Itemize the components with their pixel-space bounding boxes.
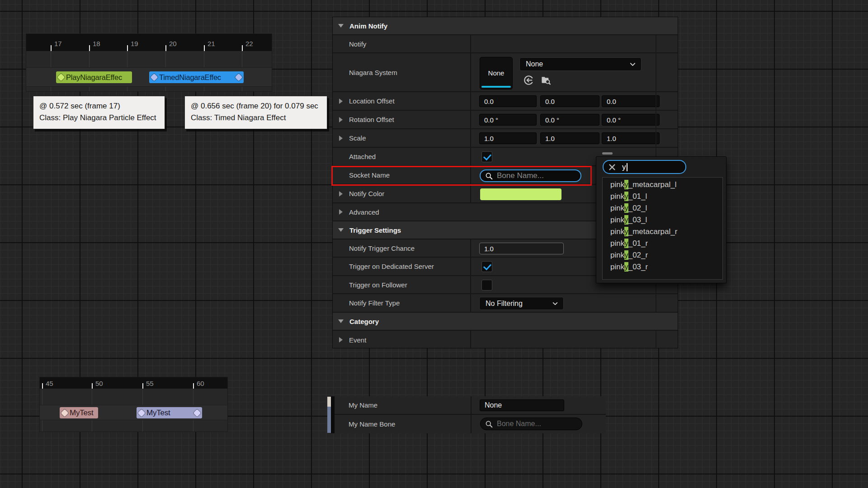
bone-list-item[interactable]: pinky_01_r [603, 238, 722, 249]
text-cursor [627, 163, 627, 171]
location-x-field[interactable] [479, 95, 537, 107]
location-offset-label: Location Offset [349, 97, 395, 105]
trigger-chance-label: Notify Trigger Chance [349, 244, 415, 252]
notify-timed-niagara-effect[interactable]: TimedNiagaraEffec [149, 71, 244, 83]
collapse-arrow-icon[interactable] [338, 228, 344, 232]
event-label: Event [349, 336, 366, 344]
location-y-field[interactable] [540, 95, 599, 107]
section-category[interactable]: Category [333, 313, 678, 331]
asset-thumbnail[interactable]: None [480, 57, 513, 89]
bone-search-field[interactable]: y [603, 160, 686, 174]
collapse-arrow-icon[interactable] [338, 319, 344, 323]
niagara-system-dropdown[interactable]: None [519, 57, 642, 71]
notify-mytest-2[interactable]: MyTest [137, 407, 202, 418]
section-title: Anim Notify [349, 22, 387, 30]
column-divider [656, 35, 656, 52]
bone-list-item[interactable]: pinky_metacarpal_r [603, 226, 722, 238]
tick-mark [89, 45, 90, 51]
trigger-chance-field[interactable] [479, 243, 564, 254]
notify-row-label: Notify [349, 40, 366, 48]
rotation-y-field[interactable] [540, 114, 599, 126]
panel-gutter [331, 396, 335, 433]
tick-mark [127, 45, 128, 51]
notify-diamond-icon[interactable] [151, 74, 158, 81]
tick-label: 22 [245, 40, 253, 47]
column-divider [656, 294, 656, 312]
tick-label: 19 [131, 40, 138, 47]
dedicated-server-checkbox[interactable] [481, 261, 492, 272]
expander-icon[interactable] [339, 209, 343, 215]
notify-diamond-icon[interactable] [57, 74, 65, 81]
row-notify-filter-type: Notify Filter Type No Filtering [333, 294, 678, 313]
bone-list-item[interactable]: pinky_01_l [603, 191, 722, 202]
tick-label: 45 [46, 380, 53, 387]
match-highlight: y [624, 239, 628, 248]
clear-search-icon[interactable] [608, 163, 616, 171]
tick-label: 17 [54, 40, 62, 47]
match-highlight: y [624, 262, 628, 272]
expander-icon[interactable] [339, 99, 343, 104]
bone-list-item[interactable]: pinky_02_l [603, 202, 722, 214]
notify-diamond-icon[interactable] [138, 409, 146, 417]
notify-filter-type-dropdown[interactable]: No Filtering [479, 297, 564, 310]
tooltip-time: @ 0.656 sec (frame 20) for 0.079 sec [191, 100, 321, 112]
bone-list-item[interactable]: pinky_03_l [603, 214, 722, 226]
match-highlight: y [624, 215, 628, 225]
notify-mytest-1[interactable]: MyTest [60, 407, 98, 418]
scale-x-field[interactable] [479, 132, 537, 144]
scrollbar[interactable] [327, 397, 331, 433]
collapse-arrow-icon[interactable] [338, 24, 344, 28]
bone-result-list: pinky_metacarpal_l pinky_01_l pinky_02_l… [602, 177, 723, 280]
location-z-field[interactable] [602, 95, 660, 107]
tick-mark [204, 45, 205, 51]
expander-icon[interactable] [339, 337, 343, 343]
bone-list-item[interactable]: pinky_03_r [603, 261, 722, 273]
trigger-follower-label: Trigger on Follower [349, 281, 407, 289]
row-my-name: My Name [335, 396, 606, 415]
scrollbar-thumb[interactable] [327, 397, 331, 407]
notify-label: MyTest [146, 408, 170, 418]
expander-icon[interactable] [339, 136, 343, 141]
column-divider [656, 53, 656, 91]
bone-list-item[interactable]: pinky_02_r [603, 249, 722, 261]
my-name-field[interactable] [480, 399, 564, 411]
use-selected-asset-icon[interactable] [524, 75, 534, 85]
scale-y-field[interactable] [540, 132, 599, 144]
timeline-ruler[interactable]: 17 18 19 20 21 22 [26, 34, 272, 51]
match-highlight: y [624, 180, 628, 189]
trigger-follower-checkbox[interactable] [481, 280, 492, 291]
match-highlight: y [624, 203, 628, 213]
section-title: Trigger Settings [349, 226, 401, 234]
rotation-z-field[interactable] [602, 114, 660, 126]
popup-grip [602, 152, 613, 155]
timeline-ruler[interactable]: 45 50 55 60 [40, 377, 227, 389]
tick-label: 55 [146, 380, 154, 387]
expander-icon[interactable] [339, 191, 343, 197]
attached-checkbox[interactable] [481, 151, 492, 162]
rotation-x-field[interactable] [479, 114, 537, 126]
match-highlight: y [624, 250, 628, 260]
scale-z-field[interactable] [602, 132, 660, 144]
scrollbar-track [327, 407, 331, 433]
scale-label: Scale [349, 134, 366, 142]
notify-play-niagara-effect[interactable]: PlayNiagaraEffec [56, 71, 132, 83]
filter-type-value: No Filtering [486, 300, 552, 308]
bone-list-item[interactable]: pinky_metacarpal_l [603, 179, 722, 191]
notify-duration-diamond-icon[interactable] [193, 409, 201, 417]
bone-picker-popup: y pinky_metacarpal_l pinky_01_l pinky_02… [596, 156, 726, 283]
section-anim-notify[interactable]: Anim Notify [333, 17, 678, 35]
notify-diamond-icon[interactable] [61, 409, 69, 417]
tick-mark [193, 383, 194, 389]
asset-thumbnail-text: None [480, 69, 512, 77]
notify-duration-diamond-icon[interactable] [235, 74, 243, 81]
notify-color-swatch[interactable] [480, 188, 561, 200]
column-divider [656, 331, 656, 349]
expander-icon[interactable] [339, 117, 343, 122]
my-notify-panel: My Name My Name Bone Bone Name... [335, 396, 606, 433]
notify-tooltip: @ 0.572 sec (frame 17) Class: Play Niaga… [33, 96, 165, 129]
browse-to-asset-icon[interactable] [540, 75, 551, 85]
my-name-bone-search-field[interactable]: Bone Name... [480, 418, 582, 430]
notify-color-label: Notify Color [349, 190, 384, 197]
advanced-label: Advanced [349, 208, 379, 216]
row-event: Event [333, 331, 678, 349]
